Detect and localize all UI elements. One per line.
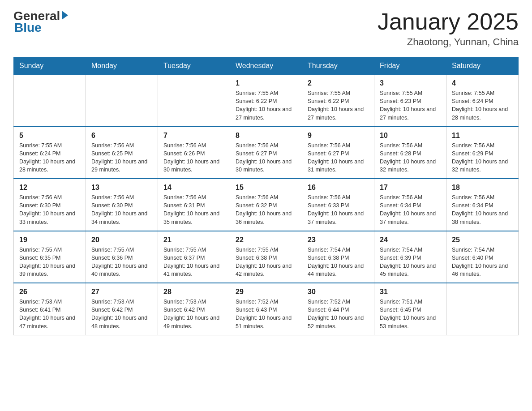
calendar-cell: 21Sunrise: 7:55 AM Sunset: 6:37 PM Dayli…	[158, 231, 230, 283]
day-number: 10	[380, 132, 441, 140]
calendar-cell	[14, 75, 86, 127]
calendar-week-3: 12Sunrise: 7:56 AM Sunset: 6:30 PM Dayli…	[14, 179, 519, 231]
calendar-cell: 20Sunrise: 7:55 AM Sunset: 6:36 PM Dayli…	[86, 231, 158, 283]
day-info: Sunrise: 7:53 AM Sunset: 6:42 PM Dayligh…	[163, 298, 224, 330]
day-number: 29	[236, 288, 296, 296]
calendar-cell: 22Sunrise: 7:55 AM Sunset: 6:38 PM Dayli…	[230, 231, 302, 283]
calendar-cell: 1Sunrise: 7:55 AM Sunset: 6:22 PM Daylig…	[230, 75, 302, 127]
page-header: General Blue January 2025 Zhaotong, Yunn…	[13, 9, 519, 48]
day-number: 19	[19, 236, 80, 244]
day-info: Sunrise: 7:55 AM Sunset: 6:36 PM Dayligh…	[91, 246, 152, 278]
calendar-cell	[86, 75, 158, 127]
calendar-header-thursday: Thursday	[302, 57, 374, 75]
day-number: 28	[163, 288, 224, 296]
calendar-table: SundayMondayTuesdayWednesdayThursdayFrid…	[13, 57, 519, 335]
calendar-cell: 19Sunrise: 7:55 AM Sunset: 6:35 PM Dayli…	[14, 231, 86, 283]
day-number: 9	[308, 132, 369, 140]
day-info: Sunrise: 7:56 AM Sunset: 6:30 PM Dayligh…	[91, 193, 152, 226]
day-info: Sunrise: 7:55 AM Sunset: 6:35 PM Dayligh…	[19, 246, 80, 278]
day-number: 16	[308, 184, 369, 192]
calendar-week-2: 5Sunrise: 7:55 AM Sunset: 6:24 PM Daylig…	[14, 127, 519, 179]
calendar-cell: 31Sunrise: 7:51 AM Sunset: 6:45 PM Dayli…	[374, 283, 446, 335]
calendar-cell	[158, 75, 230, 127]
day-number: 8	[236, 132, 296, 140]
calendar-cell: 18Sunrise: 7:56 AM Sunset: 6:34 PM Dayli…	[446, 179, 519, 231]
calendar-cell: 16Sunrise: 7:56 AM Sunset: 6:33 PM Dayli…	[302, 179, 374, 231]
day-number: 14	[163, 184, 224, 192]
day-number: 2	[308, 79, 369, 87]
day-number: 12	[19, 184, 80, 192]
calendar-week-5: 26Sunrise: 7:53 AM Sunset: 6:41 PM Dayli…	[14, 283, 519, 335]
calendar-cell	[446, 283, 519, 335]
day-number: 11	[452, 132, 513, 140]
day-number: 23	[308, 236, 369, 244]
calendar-header-sunday: Sunday	[14, 57, 86, 75]
month-title: January 2025	[378, 9, 519, 34]
day-number: 24	[380, 236, 441, 244]
calendar-cell: 2Sunrise: 7:55 AM Sunset: 6:22 PM Daylig…	[302, 75, 374, 127]
calendar-cell: 23Sunrise: 7:54 AM Sunset: 6:38 PM Dayli…	[302, 231, 374, 283]
day-info: Sunrise: 7:52 AM Sunset: 6:44 PM Dayligh…	[308, 298, 369, 330]
day-info: Sunrise: 7:54 AM Sunset: 6:40 PM Dayligh…	[452, 246, 513, 278]
day-number: 4	[452, 79, 513, 87]
calendar-cell: 10Sunrise: 7:56 AM Sunset: 6:28 PM Dayli…	[374, 127, 446, 179]
day-number: 15	[236, 184, 296, 192]
day-info: Sunrise: 7:54 AM Sunset: 6:39 PM Dayligh…	[380, 246, 441, 278]
calendar-cell: 3Sunrise: 7:55 AM Sunset: 6:23 PM Daylig…	[374, 75, 446, 127]
calendar-cell: 9Sunrise: 7:56 AM Sunset: 6:27 PM Daylig…	[302, 127, 374, 179]
day-number: 21	[163, 236, 224, 244]
day-info: Sunrise: 7:55 AM Sunset: 6:23 PM Dayligh…	[380, 89, 441, 122]
calendar-cell: 7Sunrise: 7:56 AM Sunset: 6:26 PM Daylig…	[158, 127, 230, 179]
day-number: 31	[380, 288, 441, 296]
calendar-cell: 8Sunrise: 7:56 AM Sunset: 6:27 PM Daylig…	[230, 127, 302, 179]
day-number: 7	[163, 132, 224, 140]
day-info: Sunrise: 7:55 AM Sunset: 6:24 PM Dayligh…	[452, 89, 513, 122]
day-info: Sunrise: 7:56 AM Sunset: 6:25 PM Dayligh…	[91, 141, 152, 174]
calendar-cell: 4Sunrise: 7:55 AM Sunset: 6:24 PM Daylig…	[446, 75, 519, 127]
calendar-cell: 17Sunrise: 7:56 AM Sunset: 6:34 PM Dayli…	[374, 179, 446, 231]
day-number: 26	[19, 288, 80, 296]
calendar-header-monday: Monday	[86, 57, 158, 75]
day-info: Sunrise: 7:56 AM Sunset: 6:28 PM Dayligh…	[380, 141, 441, 174]
day-info: Sunrise: 7:54 AM Sunset: 6:38 PM Dayligh…	[308, 246, 369, 278]
calendar-cell: 24Sunrise: 7:54 AM Sunset: 6:39 PM Dayli…	[374, 231, 446, 283]
day-number: 13	[91, 184, 152, 192]
calendar-cell: 5Sunrise: 7:55 AM Sunset: 6:24 PM Daylig…	[14, 127, 86, 179]
day-number: 5	[19, 132, 80, 140]
day-info: Sunrise: 7:55 AM Sunset: 6:24 PM Dayligh…	[19, 141, 80, 174]
day-info: Sunrise: 7:52 AM Sunset: 6:43 PM Dayligh…	[236, 298, 296, 330]
day-info: Sunrise: 7:55 AM Sunset: 6:38 PM Dayligh…	[236, 246, 296, 278]
calendar-cell: 6Sunrise: 7:56 AM Sunset: 6:25 PM Daylig…	[86, 127, 158, 179]
day-number: 30	[308, 288, 369, 296]
day-info: Sunrise: 7:56 AM Sunset: 6:29 PM Dayligh…	[452, 141, 513, 174]
day-info: Sunrise: 7:55 AM Sunset: 6:22 PM Dayligh…	[236, 89, 296, 122]
day-number: 20	[91, 236, 152, 244]
location: Zhaotong, Yunnan, China	[378, 36, 519, 48]
calendar-cell: 13Sunrise: 7:56 AM Sunset: 6:30 PM Dayli…	[86, 179, 158, 231]
calendar-cell: 28Sunrise: 7:53 AM Sunset: 6:42 PM Dayli…	[158, 283, 230, 335]
day-info: Sunrise: 7:56 AM Sunset: 6:27 PM Dayligh…	[308, 141, 369, 174]
day-number: 17	[380, 184, 441, 192]
calendar-cell: 27Sunrise: 7:53 AM Sunset: 6:42 PM Dayli…	[86, 283, 158, 335]
calendar-cell: 30Sunrise: 7:52 AM Sunset: 6:44 PM Dayli…	[302, 283, 374, 335]
day-number: 3	[380, 79, 441, 87]
logo-blue-text: Blue	[14, 21, 42, 35]
day-info: Sunrise: 7:55 AM Sunset: 6:37 PM Dayligh…	[163, 246, 224, 278]
calendar-cell: 25Sunrise: 7:54 AM Sunset: 6:40 PM Dayli…	[446, 231, 519, 283]
day-info: Sunrise: 7:56 AM Sunset: 6:34 PM Dayligh…	[380, 193, 441, 226]
day-info: Sunrise: 7:56 AM Sunset: 6:27 PM Dayligh…	[236, 141, 296, 174]
day-info: Sunrise: 7:53 AM Sunset: 6:41 PM Dayligh…	[19, 298, 80, 330]
day-number: 18	[452, 184, 513, 192]
title-section: January 2025 Zhaotong, Yunnan, China	[378, 9, 519, 48]
day-info: Sunrise: 7:56 AM Sunset: 6:31 PM Dayligh…	[163, 193, 224, 226]
day-number: 27	[91, 288, 152, 296]
calendar-cell: 14Sunrise: 7:56 AM Sunset: 6:31 PM Dayli…	[158, 179, 230, 231]
calendar-header-row: SundayMondayTuesdayWednesdayThursdayFrid…	[14, 57, 519, 75]
day-number: 1	[236, 79, 296, 87]
calendar-week-4: 19Sunrise: 7:55 AM Sunset: 6:35 PM Dayli…	[14, 231, 519, 283]
logo: General Blue	[13, 9, 68, 35]
calendar-header-tuesday: Tuesday	[158, 57, 230, 75]
calendar-cell: 12Sunrise: 7:56 AM Sunset: 6:30 PM Dayli…	[14, 179, 86, 231]
day-info: Sunrise: 7:56 AM Sunset: 6:33 PM Dayligh…	[308, 193, 369, 226]
day-number: 22	[236, 236, 296, 244]
